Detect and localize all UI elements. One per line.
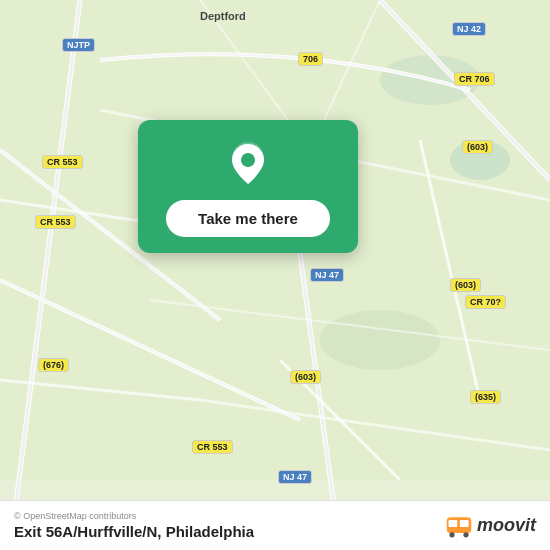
svg-point-4 xyxy=(320,310,440,370)
bottom-bar: © OpenStreetMap contributors Exit 56A/Hu… xyxy=(0,500,550,550)
road-label-603c: (603) xyxy=(290,370,321,384)
copyright-text: © OpenStreetMap contributors xyxy=(14,511,254,521)
road-label-706: 706 xyxy=(298,52,323,66)
svg-rect-28 xyxy=(460,519,469,526)
road-label-nj42: NJ 42 xyxy=(452,22,486,36)
road-label-cr553b: CR 553 xyxy=(35,215,76,229)
road-label-cr707: CR 70? xyxy=(465,295,506,309)
take-me-there-button[interactable]: Take me there xyxy=(166,200,330,237)
road-label-603a: (603) xyxy=(462,140,493,154)
road-label-cr553c: CR 553 xyxy=(192,440,233,454)
moovit-logo: moovit xyxy=(445,512,536,540)
road-label-635: (635) xyxy=(470,390,501,404)
svg-point-25 xyxy=(241,153,255,167)
location-card: Take me there xyxy=(138,120,358,253)
road-label-cr553a: CR 553 xyxy=(42,155,83,169)
location-name: Exit 56A/Hurffville/N, Philadelphia xyxy=(14,523,254,540)
svg-point-29 xyxy=(449,532,454,537)
city-label-deptford: Deptford xyxy=(200,10,246,22)
road-label-676: (676) xyxy=(38,358,69,372)
road-label-njtp: NJTP xyxy=(62,38,95,52)
road-label-nj47a: NJ 47 xyxy=(310,268,344,282)
map-container: NJTP NJ 42 706 CR 706 (603) CR 553 NJ 47… xyxy=(0,0,550,550)
moovit-brand-text: moovit xyxy=(477,515,536,536)
svg-point-30 xyxy=(463,532,468,537)
svg-rect-27 xyxy=(448,519,457,526)
moovit-bus-icon xyxy=(445,512,473,540)
road-label-nj47b: NJ 47 xyxy=(278,470,312,484)
road-label-cr706: CR 706 xyxy=(454,72,495,86)
pin-icon xyxy=(224,140,272,188)
road-label-603b: (603) xyxy=(450,278,481,292)
bottom-left-info: © OpenStreetMap contributors Exit 56A/Hu… xyxy=(14,511,254,540)
